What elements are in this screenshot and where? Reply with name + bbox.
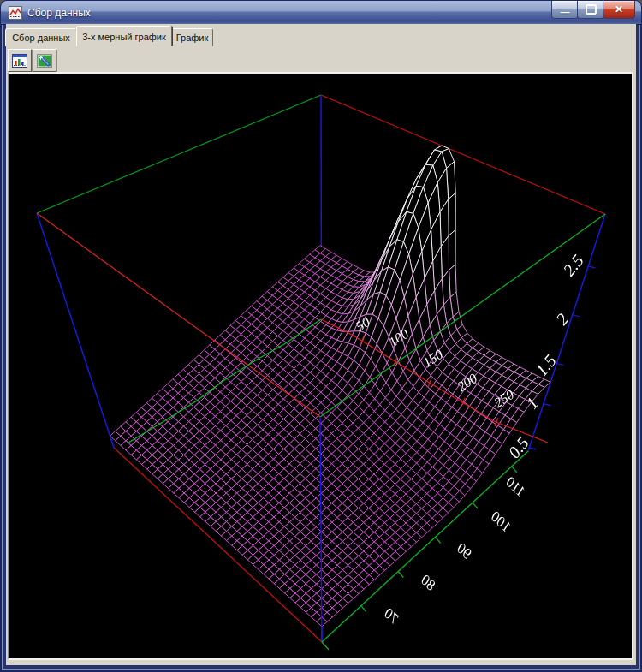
tab-label: Сбор данных	[12, 33, 70, 43]
bar-chart-window-icon	[12, 54, 27, 68]
maximize-icon	[586, 4, 597, 15]
chart-view-button[interactable]	[8, 49, 32, 72]
tab-data-collection[interactable]: Сбор данных	[5, 28, 77, 46]
minimize-icon: —	[561, 9, 570, 16]
picture-wand-icon	[37, 54, 52, 68]
app-window: Сбор данных — ✕ Сбор данных 3-х мерный г…	[0, 0, 642, 672]
titlebar[interactable]: Сбор данных — ✕	[1, 1, 641, 25]
surface-plot-canvas	[9, 74, 632, 658]
minimize-button[interactable]: —	[551, 1, 579, 19]
plot-area: 501001502002502.521.510.5110100908070	[8, 72, 633, 660]
maximize-button[interactable]	[577, 1, 604, 19]
zoom-view-button[interactable]	[33, 49, 56, 72]
app-chart-icon	[9, 6, 22, 20]
tab-label: 3-х мерный график	[82, 32, 166, 42]
tab-3d-graph[interactable]: 3-х мерный график	[76, 26, 172, 46]
close-icon: ✕	[615, 3, 623, 15]
close-button[interactable]: ✕	[603, 1, 635, 19]
tab-graph[interactable]: График	[171, 28, 213, 46]
tab-label: График	[176, 33, 209, 43]
window-title: Сбор данных	[27, 7, 91, 19]
